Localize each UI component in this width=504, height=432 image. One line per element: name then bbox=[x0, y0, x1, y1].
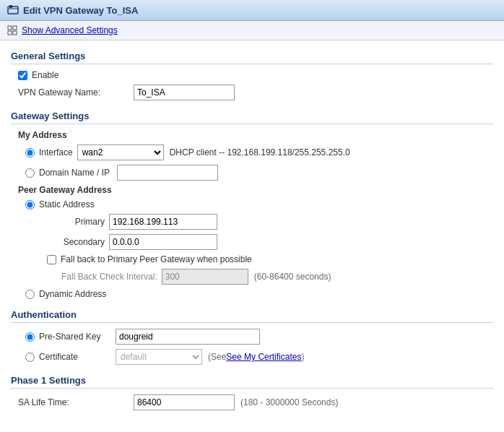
domain-name-label: Domain Name / IP bbox=[39, 168, 110, 178]
interface-radio[interactable] bbox=[25, 148, 35, 157]
cert-radio[interactable] bbox=[25, 353, 35, 362]
domain-radio[interactable] bbox=[25, 168, 35, 178]
static-address-label: Static Address bbox=[39, 199, 95, 209]
psk-radio[interactable] bbox=[25, 332, 35, 342]
gateway-name-row: VPN Gateway Name: bbox=[11, 85, 493, 100]
cert-select[interactable]: default bbox=[116, 349, 202, 365]
interface-label: Interface bbox=[39, 147, 73, 157]
see-certs-prefix: (See bbox=[208, 352, 226, 362]
enable-checkbox[interactable] bbox=[18, 71, 27, 80]
my-address-label: My Address bbox=[18, 130, 493, 140]
authentication-header: Authentication bbox=[11, 309, 493, 323]
primary-label: Primary bbox=[47, 217, 105, 227]
fallback-label: Fall back to Primary Peer Gateway when p… bbox=[61, 254, 252, 264]
gateway-name-label: VPN Gateway Name: bbox=[18, 87, 134, 98]
cert-radio-row: Certificate default (See See My Certific… bbox=[18, 349, 493, 365]
fallback-checkbox[interactable] bbox=[47, 255, 56, 264]
general-settings-header: General Settings bbox=[11, 51, 493, 64]
dynamic-address-radio-row: Dynamic Address bbox=[18, 289, 493, 299]
show-advanced-link[interactable]: Show Advanced Settings bbox=[22, 25, 118, 35]
grid-icon bbox=[7, 25, 17, 35]
dialog-title: Edit VPN Gateway To_ISA bbox=[23, 5, 138, 16]
fallback-interval-label: Fall Back Check Interval: bbox=[61, 272, 157, 282]
static-address-radio-row: Static Address bbox=[18, 199, 493, 209]
fallback-checkbox-row: Fall back to Primary Peer Gateway when p… bbox=[18, 254, 493, 264]
secondary-label: Secondary bbox=[47, 237, 105, 247]
main-content: General Settings Enable VPN Gateway Name… bbox=[0, 40, 504, 422]
sa-lifetime-hint: (180 - 3000000 Seconds) bbox=[240, 397, 338, 407]
gateway-settings-header: Gateway Settings bbox=[11, 111, 493, 124]
psk-input[interactable] bbox=[116, 329, 260, 345]
primary-input[interactable] bbox=[109, 214, 217, 230]
title-bar: Edit VPN Gateway To_ISA bbox=[0, 0, 504, 21]
psk-label: Pre-Shared Key bbox=[39, 332, 111, 342]
see-certs-suffix: ) bbox=[301, 352, 304, 362]
static-address-block: Primary Secondary bbox=[18, 214, 493, 250]
fallback-interval-input[interactable] bbox=[162, 269, 248, 285]
svg-rect-4 bbox=[13, 26, 17, 30]
svg-rect-5 bbox=[8, 31, 12, 35]
fallback-interval-row: Fall Back Check Interval: (60-86400 seco… bbox=[18, 269, 493, 285]
peer-gateway-label: Peer Gateway Address bbox=[18, 185, 493, 195]
interface-select[interactable]: wan2 wan1 wan3 bbox=[77, 144, 164, 160]
svg-rect-3 bbox=[8, 26, 12, 30]
sa-lifetime-input[interactable] bbox=[134, 394, 235, 410]
secondary-input[interactable] bbox=[109, 234, 217, 250]
dynamic-address-label: Dynamic Address bbox=[39, 289, 106, 299]
fallback-hint: (60-86400 seconds) bbox=[254, 272, 331, 282]
dhcp-info: DHCP client -- 192.168.199.118/255.255.2… bbox=[170, 147, 350, 157]
static-address-radio[interactable] bbox=[25, 200, 35, 209]
advanced-settings-bar: Show Advanced Settings bbox=[0, 21, 504, 40]
dynamic-address-radio[interactable] bbox=[25, 290, 35, 299]
domain-name-input[interactable] bbox=[117, 165, 218, 181]
gateway-name-input[interactable] bbox=[134, 85, 235, 100]
see-certs-link[interactable]: See My Certificates bbox=[226, 352, 301, 362]
phase1-header: Phase 1 Settings bbox=[11, 375, 493, 389]
enable-label: Enable bbox=[32, 70, 58, 80]
svg-rect-2 bbox=[9, 5, 12, 8]
svg-rect-6 bbox=[13, 31, 17, 35]
sa-lifetime-label: SA Life Time: bbox=[18, 397, 134, 407]
psk-radio-row: Pre-Shared Key bbox=[18, 329, 493, 345]
cert-label: Certificate bbox=[39, 352, 111, 362]
domain-radio-row: Domain Name / IP bbox=[18, 165, 493, 181]
enable-row: Enable bbox=[11, 70, 493, 80]
sa-lifetime-row: SA Life Time: (180 - 3000000 Seconds) bbox=[11, 394, 493, 410]
vpn-icon bbox=[7, 4, 19, 16]
interface-radio-row: Interface wan2 wan1 wan3 DHCP client -- … bbox=[18, 144, 493, 160]
